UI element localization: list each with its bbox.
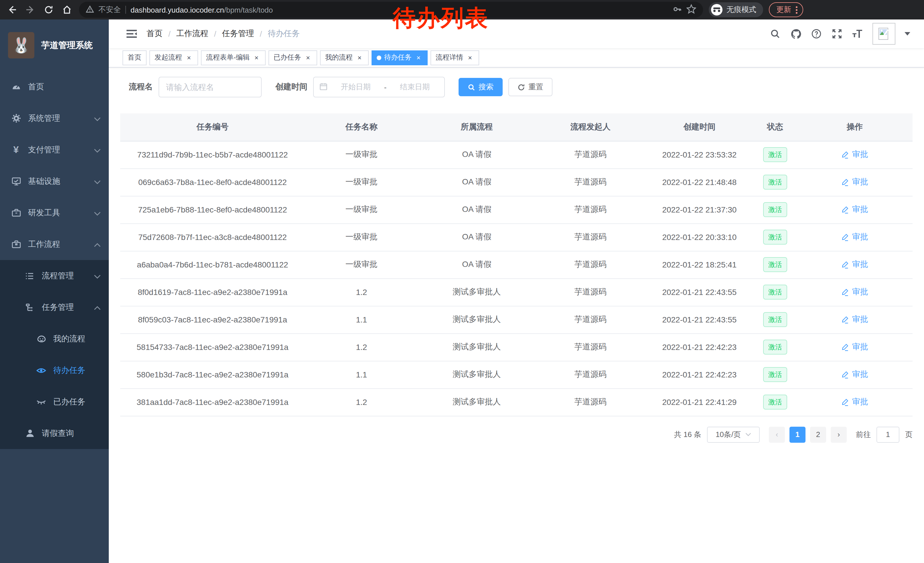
task-id-cell: 73211d9d-7b9b-11ec-b5b7-acde48001122 [120,141,305,168]
task-name-cell: 1.2 [305,333,418,361]
starter-cell: 芋道源码 [535,333,645,361]
date-range-picker[interactable]: 开始日期 - 结束日期 [313,77,445,98]
table-row: 069c6a63-7b8a-11ec-8ef0-acde48001122 一级审… [120,168,912,196]
page-2-button[interactable]: 2 [810,426,826,443]
avatar-caret-icon[interactable] [904,32,910,36]
approve-link[interactable]: 审批 [841,177,868,187]
approve-link[interactable]: 审批 [841,369,868,380]
next-page-button[interactable]: › [831,426,847,443]
key-icon[interactable] [673,4,682,15]
sidebar-item-workflow[interactable]: 工作流程 [0,228,109,260]
task-name-cell: 一级审批 [305,168,418,196]
yen-icon: ¥ [11,145,21,155]
approve-link[interactable]: 审批 [841,259,868,269]
sidebar-item-system[interactable]: 系统管理 [0,102,109,134]
status-badge: 激活 [763,339,787,354]
reset-button[interactable]: 重置 [508,78,552,96]
process-cell: 测试多审批人 [418,333,536,361]
close-icon[interactable]: × [252,54,261,62]
chevron-up-icon [94,240,101,249]
task-name-cell: 一级审批 [305,224,418,251]
starter-cell: 芋道源码 [535,361,645,388]
bookmark-star-icon[interactable] [686,4,696,15]
approve-link[interactable]: 审批 [841,287,868,297]
edit-icon [841,315,849,323]
avatar[interactable] [873,23,896,45]
back-icon[interactable] [6,3,18,16]
approve-link[interactable]: 审批 [841,314,868,324]
close-icon[interactable]: × [304,54,312,62]
fullscreen-icon[interactable] [831,28,843,39]
sidebar-item-devtools[interactable]: 研发工具 [0,197,109,228]
search-button[interactable]: 搜索 [459,78,502,96]
collapse-sidebar-icon[interactable] [126,28,137,39]
approve-link[interactable]: 审批 [841,204,868,215]
tab-home[interactable]: 首页 [123,50,147,65]
approve-link[interactable]: 审批 [841,396,868,407]
tab-process-detail[interactable]: 流程详情× [430,50,479,65]
created-cell: 2022-01-22 20:33:10 [645,224,753,251]
status-cell: 激活 [753,141,797,168]
sidebar-item-my-process[interactable]: 我的流程 [0,323,109,354]
close-icon[interactable]: × [185,54,193,62]
forward-icon[interactable] [24,3,37,16]
url-text: dashboard.yudao.iocoder.cn/bpm/task/todo [130,6,273,14]
tab-done-tasks[interactable]: 已办任务× [268,50,317,65]
reload-icon[interactable] [42,3,55,16]
col-task-name: 任务名称 [305,113,418,141]
url-bar[interactable]: 不安全 dashboard.yudao.iocoder.cn/bpm/task/… [79,2,703,18]
edit-icon [841,178,849,186]
page-1-button[interactable]: 1 [789,426,806,443]
col-status: 状态 [753,113,797,141]
actions-cell: 审批 [797,388,912,416]
process-name-input[interactable] [159,77,262,98]
sidebar-item-home[interactable]: 首页 [0,71,109,102]
sidebar-item-todo-tasks[interactable]: 待办任务 [0,354,109,386]
sidebar-item-done-tasks[interactable]: 已办任务 [0,386,109,417]
breadcrumb-home[interactable]: 首页 [147,29,163,39]
search-icon[interactable] [770,28,781,39]
breadcrumb-workflow[interactable]: 工作流程 [176,29,208,39]
app-logo-row[interactable]: 🐰 芋道管理系统 [0,20,109,71]
close-icon[interactable]: × [414,54,423,62]
approve-link[interactable]: 审批 [841,342,868,352]
task-id-cell: 8f059c03-7ac8-11ec-a9e2-a2380e71991a [120,306,305,333]
approve-link[interactable]: 审批 [841,149,868,159]
close-icon[interactable]: × [466,54,474,62]
close-icon[interactable]: × [356,54,363,62]
tab-form-edit[interactable]: 流程表单-编辑× [201,50,266,65]
sidebar-item-task-mgmt[interactable]: 任务管理 [0,291,109,323]
prev-page-button[interactable]: ‹ [769,426,785,443]
table-row: 580e1b3d-7ac8-11ec-a9e2-a2380e71991a 1.1… [120,361,912,388]
starter-cell: 芋道源码 [535,224,645,251]
sidebar-item-process-mgmt[interactable]: 流程管理 [0,260,109,291]
task-id-cell: 580e1b3d-7ac8-11ec-a9e2-a2380e71991a [120,361,305,388]
chevron-down-icon [94,145,101,155]
app-logo: 🐰 [8,32,34,59]
actions-cell: 审批 [797,361,912,388]
update-button[interactable]: 更新 [769,2,803,17]
tab-start-process[interactable]: 发起流程× [149,50,198,65]
page-size-select[interactable]: 10条/页 [707,426,760,443]
actions-cell: 审批 [797,333,912,361]
breadcrumb-task-mgmt[interactable]: 任务管理 [222,29,254,39]
github-icon[interactable] [790,28,801,39]
task-id-cell: 75d72608-7b7f-11ec-a3c8-acde48001122 [120,224,305,251]
browser-menu-icon[interactable] [796,6,798,14]
help-icon[interactable] [811,28,822,39]
tab-my-process[interactable]: 我的流程× [320,50,369,65]
sidebar-item-infra[interactable]: 基础设施 [0,165,109,197]
list-tree-icon [25,270,35,281]
home-icon[interactable] [61,3,73,16]
org-tree-icon [25,302,35,312]
eye-icon [36,365,46,375]
table-header-row: 任务编号 任务名称 所属流程 流程发起人 创建时间 状态 操作 [120,113,912,141]
sidebar-item-leave-query[interactable]: 请假查询 [0,417,109,449]
approve-link[interactable]: 审批 [841,232,868,242]
sidebar-item-payment[interactable]: ¥ 支付管理 [0,134,109,165]
workflow-submenu: 流程管理 任务管理 我的流程 [0,260,109,449]
goto-page-input[interactable] [876,426,899,443]
tab-todo-tasks[interactable]: 待办任务× [372,50,428,65]
status-badge: 激活 [763,230,787,245]
font-size-icon[interactable] [852,28,863,39]
